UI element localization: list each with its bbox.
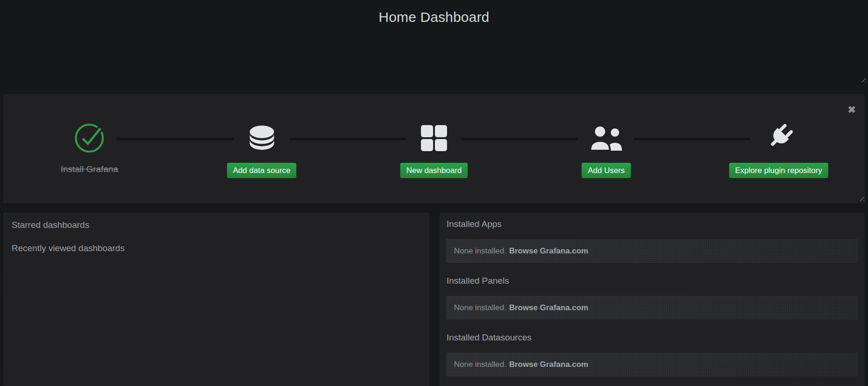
installed-datasources-empty-row: None installed. Browse Grafana.com: [446, 353, 858, 376]
step-add-data-source: Add data source: [175, 94, 347, 203]
explore-plugin-repository-button[interactable]: Explore plugin repository: [729, 163, 828, 178]
empty-text: None installed.: [454, 303, 506, 313]
empty-text: None installed.: [454, 246, 506, 256]
starred-dashboards-heading: Starred dashboards: [12, 220, 429, 230]
grafana-home-dashboard: { "header": { "title": "Home Dashboard" …: [0, 0, 868, 386]
plug-icon: [762, 122, 795, 154]
users-icon: [588, 126, 625, 151]
add-users-button[interactable]: Add Users: [582, 163, 631, 178]
new-dashboard-button[interactable]: New dashboard: [400, 163, 467, 178]
dashboards-panel: Starred dashboards Recently viewed dashb…: [3, 213, 429, 386]
step-add-users: Add Users: [520, 94, 692, 203]
step-install-grafana: Install Grafana: [3, 94, 175, 203]
recently-viewed-dashboards-heading: Recently viewed dashboards: [12, 243, 429, 253]
dashboard-grid-icon: [421, 125, 447, 152]
browse-grafana-link[interactable]: Browse Grafana.com: [509, 303, 588, 313]
add-data-source-button[interactable]: Add data source: [227, 163, 297, 178]
installed-datasources-heading: Installed Datasources: [447, 333, 858, 343]
installed-panels-heading: Installed Panels: [447, 276, 858, 286]
empty-text: None installed.: [454, 360, 506, 369]
browse-grafana-link[interactable]: Browse Grafana.com: [509, 246, 588, 256]
step-label-install-grafana: Install Grafana: [60, 164, 118, 174]
browse-grafana-link[interactable]: Browse Grafana.com: [509, 360, 588, 369]
getting-started-panel: ✖ Install Grafana: [3, 94, 865, 203]
resize-handle-icon[interactable]: [860, 77, 866, 82]
check-circle-icon: [74, 123, 105, 153]
header-panel: Home Dashboard: [0, 0, 868, 84]
step-new-dashboard: New dashboard: [348, 94, 520, 203]
page-title: Home Dashboard: [0, 0, 868, 25]
installed-apps-empty-row: None installed. Browse Grafana.com: [446, 239, 858, 263]
database-icon: [247, 125, 276, 152]
step-explore-plugins: Explore plugin repository: [693, 94, 865, 203]
installed-apps-heading: Installed Apps: [447, 219, 858, 229]
installed-panels-empty-row: None installed. Browse Grafana.com: [446, 296, 858, 319]
plugins-panel: Installed Apps None installed. Browse Gr…: [440, 213, 865, 386]
getting-started-steps: Install Grafana Add data source: [3, 94, 865, 203]
